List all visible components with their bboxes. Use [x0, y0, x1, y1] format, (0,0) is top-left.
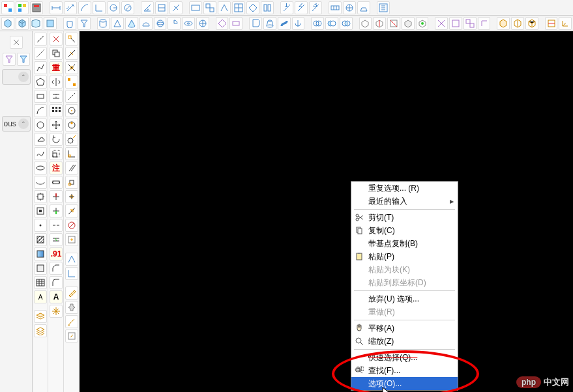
polygon-icon[interactable] [34, 76, 47, 89]
model-box2-icon[interactable] [16, 17, 29, 30]
edit-box-b-icon[interactable] [511, 17, 524, 30]
model-box3-icon[interactable] [30, 17, 43, 30]
rotate-icon[interactable] [50, 133, 63, 146]
scale-icon[interactable] [50, 147, 63, 160]
edit-3d-8-icon[interactable] [463, 17, 477, 30]
menu-zoom[interactable]: 缩放(Z) [351, 335, 458, 348]
section-icon[interactable] [545, 17, 558, 30]
array-icon[interactable] [50, 104, 63, 117]
text-a2-icon[interactable]: A [50, 290, 63, 303]
move-icon[interactable] [50, 119, 63, 132]
menu-copy[interactable]: 复制(C) [351, 224, 458, 237]
layer2-icon[interactable] [34, 324, 47, 337]
num91-icon[interactable]: .91 [50, 247, 63, 260]
edit-3d-9-icon[interactable] [478, 17, 491, 30]
snap-int-icon[interactable] [65, 61, 78, 74]
lp-tab-ous[interactable]: ous⌃ [2, 116, 31, 132]
aux-screw-icon[interactable] [65, 301, 78, 314]
ellipse-icon[interactable] [34, 161, 47, 175]
pline-icon[interactable] [34, 61, 47, 74]
insert-icon[interactable] [34, 190, 47, 203]
bool-union-icon[interactable] [311, 17, 324, 30]
snap-nea-icon[interactable] [65, 204, 78, 217]
tool-swatch-icon[interactable] [1, 1, 14, 14]
surf-diamond-icon[interactable] [216, 17, 229, 30]
prim-cylinder-icon[interactable] [97, 17, 110, 30]
snap-end-icon[interactable] [65, 33, 78, 46]
dim-style-icon[interactable] [377, 1, 390, 14]
snap-cen-icon[interactable] [65, 104, 78, 117]
snap-mid-icon[interactable] [65, 47, 78, 60]
text-a-icon[interactable]: A [34, 290, 47, 303]
solid-rev-icon[interactable] [292, 17, 305, 30]
lp-tab-1[interactable]: ⌃ [2, 69, 31, 85]
lp-filter-icon[interactable] [3, 53, 16, 66]
snap-set-icon[interactable] [65, 233, 78, 246]
menu-quick-select[interactable]: 快速选择(Q)... [351, 351, 458, 364]
dim-rad-icon[interactable] [107, 1, 120, 14]
explode-icon[interactable] [50, 305, 63, 318]
prim-seg-icon[interactable] [196, 17, 209, 30]
prim-funnel-icon[interactable] [78, 17, 91, 30]
dim-q1-icon[interactable] [155, 1, 168, 14]
aux-a-icon[interactable] [65, 253, 78, 266]
copy-icon[interactable] [50, 47, 63, 60]
stretch-icon[interactable] [50, 176, 63, 189]
model-box-icon[interactable] [1, 17, 14, 30]
erase-icon[interactable] [50, 33, 63, 46]
dim-insp-icon[interactable] [357, 1, 370, 14]
edit-3d-5-icon[interactable] [416, 17, 429, 30]
block-icon[interactable] [34, 204, 47, 217]
aux-b-icon[interactable] [65, 267, 78, 280]
circle-icon[interactable] [34, 119, 47, 132]
edit-box-a-icon[interactable] [497, 17, 510, 30]
bool-sub-icon[interactable] [325, 17, 338, 30]
offset-icon[interactable] [50, 90, 63, 103]
dim-dia-icon[interactable] [121, 1, 134, 14]
dim-cen-icon[interactable] [343, 1, 356, 14]
dview-z1-icon[interactable]: 1 [280, 1, 293, 14]
edit-3d-7-icon[interactable] [449, 17, 462, 30]
tool-swatch2-icon[interactable] [16, 1, 29, 14]
edit-3d-1-icon[interactable] [359, 17, 372, 30]
menu-find[interactable]: abc 查找(F)... [351, 364, 458, 377]
mirror-icon[interactable] [50, 76, 63, 89]
snap-par-icon[interactable] [65, 161, 78, 175]
snap-app-icon[interactable] [65, 76, 78, 89]
dim-tol-icon[interactable] [329, 1, 342, 14]
dview-icon-2[interactable] [203, 1, 216, 14]
fillet-icon[interactable] [50, 276, 63, 289]
dview-icon-3[interactable] [218, 1, 231, 14]
aux-pencil-icon[interactable] [65, 315, 78, 328]
hatch-icon[interactable] [34, 233, 47, 246]
snap-ins-icon[interactable] [65, 176, 78, 189]
trim-icon[interactable] [50, 190, 63, 203]
drawing-canvas[interactable]: 重复选项... (R) 最近的输入 剪切(T) 复制(C) 带基点复制(B) 粘… [80, 31, 573, 392]
prim-cone-icon[interactable] [125, 17, 138, 30]
edit-box-c-icon[interactable] [525, 17, 538, 30]
menu-pan[interactable]: 平移(A) [351, 322, 458, 335]
surf-rect-icon[interactable] [229, 17, 242, 30]
menu-paste[interactable]: 粘贴(P) [351, 250, 458, 263]
solid-sweep-icon[interactable] [278, 17, 291, 30]
join-icon[interactable] [50, 233, 63, 246]
prim-sphere-icon[interactable] [154, 17, 167, 30]
prim-wedge-icon[interactable] [168, 17, 181, 30]
dim-q2-icon[interactable] [169, 1, 183, 14]
dim-ord-icon[interactable] [93, 1, 106, 14]
layer-icon[interactable] [34, 310, 47, 323]
bool-int-icon[interactable] [340, 17, 353, 30]
lp-funnel-icon[interactable] [17, 53, 30, 66]
xline-icon[interactable] [34, 47, 47, 60]
snap-nod-icon[interactable] [65, 190, 78, 203]
dview-icon-6[interactable] [261, 1, 274, 14]
revcloud-icon[interactable] [34, 133, 47, 146]
edit-3d-3-icon[interactable] [387, 17, 400, 30]
menu-repeat-options[interactable]: 重复选项... (R) [351, 182, 458, 195]
menu-recent-input[interactable]: 最近的输入 [351, 195, 458, 208]
prim-tri-icon[interactable] [111, 17, 124, 30]
prim-dome-icon[interactable] [140, 17, 153, 30]
model-box4-icon[interactable] [44, 17, 57, 30]
solid-loft-icon[interactable] [263, 17, 276, 30]
chamfer-icon[interactable] [50, 262, 63, 275]
